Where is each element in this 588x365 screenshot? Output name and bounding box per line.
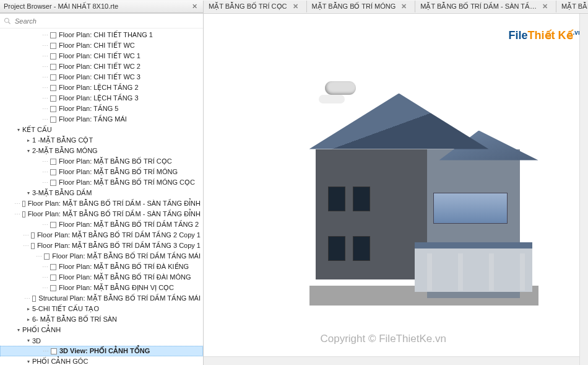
visibility-checkbox[interactable] [32,296,37,302]
visibility-checkbox[interactable] [50,53,56,59]
tree-connector: ⋯ [23,232,28,239]
tree-leaf[interactable]: ⋯Floor Plan: MẶT BẰNG BỐ TRÍ DẦM - SÀN T… [0,209,203,219]
tree-leaf[interactable]: ⋯3D View: PHỐI CẢNH TỔNG [0,346,203,356]
tree-branch[interactable]: ▾2-MẶT BẰNG MÓNG [0,146,203,156]
tree-branch[interactable]: ▾KẾT CẤU [0,125,203,135]
visibility-checkbox[interactable] [50,32,56,38]
tree-leaf[interactable]: ⋯Floor Plan: MẶT BẰNG BỐ TRÍ MÓNG CỌC [0,177,203,188]
visibility-checkbox[interactable] [50,180,56,186]
tree-leaf[interactable]: ⋯Floor Plan: MẶT BẰNG BỐ TRÍ CỌC [0,156,203,167]
view-tab[interactable]: MẶT BẰNG BỐ TRÍ DẦM - SÀN TẦ…✕ [415,1,556,12]
visibility-checkbox[interactable] [51,348,57,354]
tree-item-label: Floor Plan: LỆCH TẦNG 2 [59,84,139,92]
tree-leaf[interactable]: ⋯Floor Plan: LỆCH TẦNG 3 [0,93,203,103]
visibility-checkbox[interactable] [50,275,56,281]
tree-item-label: Floor Plan: MẶT BẰNG BỐ TRÍ CỌC [59,157,172,165]
tree-leaf[interactable]: ⋯Floor Plan: MẶT BẰNG BỐ TRÍ DẦM TẦNG MÁ… [0,251,203,262]
visibility-checkbox[interactable] [31,232,35,239]
visibility-checkbox[interactable] [50,264,56,270]
close-icon[interactable]: ✕ [540,2,550,11]
tree-branch[interactable]: ▾3D [0,335,203,346]
tree-branch[interactable]: ▸5-CHI TIẾT CẤU TẠO [0,304,203,314]
visibility-checkbox[interactable] [50,222,56,228]
tree-leaf[interactable]: ⋯Floor Plan: MẶT BẰNG BỐ TRÍ DẦM TẦNG 2 … [0,230,203,240]
tree-branch[interactable]: ▾PHỐI CẢNH GÓC [0,356,203,365]
collapse-icon[interactable]: ▾ [15,327,22,333]
view-tab[interactable]: MẶT BẰNG BỐ TRÍ DẦM TẦNG 2 C…✕ [556,1,588,12]
tree-connector: ⋯ [42,105,48,112]
visibility-checkbox[interactable] [50,169,56,175]
visibility-checkbox[interactable] [50,159,56,165]
tree-connector: ⋯ [14,200,20,207]
visibility-checkbox[interactable] [31,243,35,249]
expand-icon[interactable]: ▸ [25,317,32,322]
viewport-3d[interactable]: FileThiết Kế.vn Copyright © FileThietKe.… [204,14,588,365]
visibility-checkbox[interactable] [50,74,56,81]
tree-connector: ⋯ [42,116,48,123]
scrollbar-vertical[interactable] [579,14,588,365]
visibility-checkbox[interactable] [22,201,25,207]
collapse-icon[interactable]: ▾ [15,127,22,133]
visibility-checkbox[interactable] [50,95,56,102]
close-icon[interactable]: ✕ [291,2,300,11]
expand-icon[interactable]: ▸ [25,306,32,312]
tree-item-label: KẾT CẤU [22,126,52,134]
project-tree[interactable]: ⋯Floor Plan: CHI TIẾT THANG 1⋯Floor Plan… [0,29,203,365]
tree-leaf[interactable]: ⋯Floor Plan: MẶT BẰNG BỐ TRÍ MÓNG [0,167,203,177]
search-input[interactable] [15,17,199,25]
tab-label: MẶT BẰNG BỐ TRÍ DẦM - SÀN TẦ… [420,2,537,11]
tree-leaf[interactable]: ⋯Floor Plan: TẦNG 5 [0,103,203,114]
tree-item-label: Floor Plan: MẶT BẰNG BỐ TRÍ DẦM - SÀN TẦ… [28,200,201,208]
scrollbar-horizontal[interactable] [204,356,579,365]
watermark-text: Copyright © FileThietKe.vn [320,333,446,345]
visibility-checkbox[interactable] [44,253,50,260]
collapse-icon[interactable]: ▾ [25,190,32,196]
tree-leaf[interactable]: ⋯Floor Plan: MẶT BẰNG BỐ TRÍ ĐÀ KIỀNG [0,262,203,272]
tree-item-label: Floor Plan: MẶT BẰNG BỐ TRÍ DẦM TẦNG 2 [59,221,199,229]
visibility-checkbox[interactable] [50,64,56,70]
visibility-checkbox[interactable] [50,43,56,49]
tree-leaf[interactable]: ⋯Floor Plan: MẶT BẰNG BỐ TRÍ DẦM TẦNG 2 [0,219,203,230]
collapse-icon[interactable]: ▾ [25,359,32,364]
tree-leaf[interactable]: ⋯Floor Plan: MẶT BẰNG ĐỊNH VỊ CỌC [0,283,203,293]
tree-branch[interactable]: ▾3-MẶT BẰNG DẦM [0,188,203,198]
tree-leaf[interactable]: ⋯Floor Plan: CHI TIẾT WC 2 [0,61,203,72]
visibility-checkbox[interactable] [50,85,56,91]
tree-leaf[interactable]: ⋯Structural Plan: MẶT BẰNG BỐ TRÍ DẦM TẦ… [0,293,203,304]
tree-leaf[interactable]: ⋯Floor Plan: CHI TIẾT WC 3 [0,72,203,82]
tree-leaf[interactable]: ⋯Floor Plan: CHI TIẾT WC [0,40,203,51]
close-icon[interactable]: ✕ [399,2,409,11]
tree-connector: ⋯ [42,74,48,81]
tree-leaf[interactable]: ⋯Floor Plan: MẶT BẰNG BỐ TRÍ DẦM TẦNG 3 … [0,240,203,251]
tree-leaf[interactable]: ⋯Floor Plan: LỆCH TẦNG 2 [0,82,203,93]
tree-leaf[interactable]: ⋯Floor Plan: MẶT BẰNG BỐ TRÍ ĐÀI MÓNG [0,272,203,283]
view-tab[interactable]: MẶT BẰNG BỐ TRÍ CỌC✕ [204,1,307,12]
tree-branch[interactable]: ▾PHỐI CẢNH [0,325,203,335]
tree-leaf[interactable]: ⋯Floor Plan: MẶT BẰNG BỐ TRÍ DẦM - SÀN T… [0,198,203,209]
tree-item-label: Floor Plan: CHI TIẾT WC 2 [59,63,141,71]
visibility-checkbox[interactable] [50,106,56,112]
search-row [0,14,203,29]
collapse-icon[interactable]: ▾ [25,338,32,343]
visibility-checkbox[interactable] [50,285,56,291]
close-icon[interactable]: ✕ [190,2,199,11]
tree-item-label: PHỐI CẢNH [22,326,61,334]
tree-item-label: PHỐI CẢNH GÓC [32,358,88,365]
tree-item-label: Floor Plan: MẶT BẰNG BỐ TRÍ DẦM TẦNG MÁI [52,252,201,260]
tree-connector: ⋯ [42,95,48,102]
expand-icon[interactable]: ▸ [25,138,32,143]
project-browser-title: Project Browser - MÁI NHẤT 8X10.rte [4,2,118,11]
tree-leaf[interactable]: ⋯Floor Plan: TẦNG MÁI [0,114,203,125]
visibility-checkbox[interactable] [22,211,25,218]
visibility-checkbox[interactable] [50,117,56,123]
tree-leaf[interactable]: ⋯Floor Plan: CHI TIẾT WC 1 [0,51,203,61]
tree-connector: ⋯ [42,179,48,186]
tree-leaf[interactable]: ⋯Floor Plan: CHI TIẾT THANG 1 [0,30,203,40]
tree-branch[interactable]: ▸1 -MẶT BẰNG CỘT [0,135,203,146]
tree-connector: ⋯ [42,158,48,165]
tree-item-label: Floor Plan: TẦNG 5 [59,105,118,113]
view-tab[interactable]: MẶT BẰNG BỐ TRÍ MÓNG✕ [307,1,416,12]
tree-item-label: 3-MẶT BẰNG DẦM [32,189,92,197]
collapse-icon[interactable]: ▾ [25,148,32,154]
tree-branch[interactable]: ▸6- MẶT BẰNG BỐ TRÍ SÀN [0,314,203,325]
